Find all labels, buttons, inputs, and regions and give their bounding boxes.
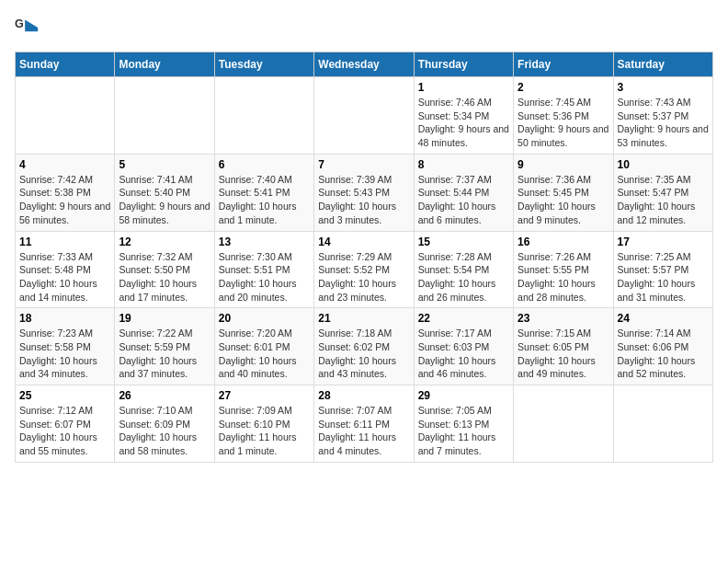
day-cell: 7Sunrise: 7:39 AM Sunset: 5:43 PM Daylig… (314, 154, 414, 231)
day-cell: 8Sunrise: 7:37 AM Sunset: 5:44 PM Daylig… (414, 154, 513, 231)
day-cell: 22Sunrise: 7:17 AM Sunset: 6:03 PM Dayli… (414, 308, 513, 385)
day-info: Sunrise: 7:30 AM Sunset: 5:51 PM Dayligh… (219, 250, 310, 304)
day-cell: 20Sunrise: 7:20 AM Sunset: 6:01 PM Dayli… (214, 308, 313, 385)
day-cell: 12Sunrise: 7:32 AM Sunset: 5:50 PM Dayli… (115, 231, 214, 308)
day-number: 11 (19, 236, 110, 248)
day-cell: 25Sunrise: 7:12 AM Sunset: 6:07 PM Dayli… (16, 385, 115, 463)
day-number: 7 (318, 158, 409, 171)
day-number: 24 (618, 312, 709, 325)
header-row: SundayMondayTuesdayWednesdayThursdayFrid… (16, 52, 713, 77)
day-number: 6 (219, 158, 310, 171)
day-info: Sunrise: 7:28 AM Sunset: 5:54 PM Dayligh… (418, 250, 509, 304)
day-cell: 18Sunrise: 7:23 AM Sunset: 5:58 PM Dayli… (16, 308, 115, 385)
week-row-2: 4Sunrise: 7:42 AM Sunset: 5:38 PM Daylig… (16, 154, 713, 231)
day-cell: 10Sunrise: 7:35 AM Sunset: 5:47 PM Dayli… (613, 154, 712, 231)
day-info: Sunrise: 7:23 AM Sunset: 5:58 PM Dayligh… (19, 327, 110, 381)
day-info: Sunrise: 7:39 AM Sunset: 5:43 PM Dayligh… (318, 173, 409, 227)
day-info: Sunrise: 7:12 AM Sunset: 6:07 PM Dayligh… (19, 404, 110, 458)
day-info: Sunrise: 7:14 AM Sunset: 6:06 PM Dayligh… (618, 327, 709, 381)
day-cell: 21Sunrise: 7:18 AM Sunset: 6:02 PM Dayli… (314, 308, 414, 385)
logo-icon: G (15, 15, 40, 40)
day-number: 8 (418, 158, 509, 171)
day-cell: 24Sunrise: 7:14 AM Sunset: 6:06 PM Dayli… (613, 308, 712, 385)
day-info: Sunrise: 7:17 AM Sunset: 6:03 PM Dayligh… (418, 327, 509, 381)
day-info: Sunrise: 7:10 AM Sunset: 6:09 PM Dayligh… (119, 404, 210, 458)
day-info: Sunrise: 7:22 AM Sunset: 5:59 PM Dayligh… (119, 327, 210, 381)
svg-text:G: G (15, 17, 24, 30)
day-cell: 28Sunrise: 7:07 AM Sunset: 6:11 PM Dayli… (314, 385, 414, 463)
col-header-thursday: Thursday (414, 52, 513, 77)
day-cell: 3Sunrise: 7:43 AM Sunset: 5:37 PM Daylig… (613, 77, 712, 155)
day-number: 25 (19, 389, 110, 402)
col-header-monday: Monday (115, 52, 214, 77)
day-number: 12 (119, 236, 210, 248)
day-info: Sunrise: 7:35 AM Sunset: 5:47 PM Dayligh… (618, 173, 709, 227)
col-header-friday: Friday (514, 52, 613, 77)
week-row-5: 25Sunrise: 7:12 AM Sunset: 6:07 PM Dayli… (16, 385, 713, 463)
day-number: 9 (518, 158, 609, 171)
col-header-wednesday: Wednesday (314, 52, 414, 77)
day-info: Sunrise: 7:18 AM Sunset: 6:02 PM Dayligh… (318, 327, 409, 381)
day-cell: 27Sunrise: 7:09 AM Sunset: 6:10 PM Dayli… (214, 385, 313, 463)
day-number: 13 (219, 236, 310, 248)
day-number: 2 (518, 81, 609, 94)
day-info: Sunrise: 7:41 AM Sunset: 5:40 PM Dayligh… (119, 173, 210, 227)
day-cell: 29Sunrise: 7:05 AM Sunset: 6:13 PM Dayli… (414, 385, 513, 463)
svg-marker-1 (25, 20, 38, 28)
day-cell (115, 77, 214, 155)
week-row-4: 18Sunrise: 7:23 AM Sunset: 5:58 PM Dayli… (16, 308, 713, 385)
day-number: 4 (19, 158, 110, 171)
day-info: Sunrise: 7:25 AM Sunset: 5:57 PM Dayligh… (618, 250, 709, 304)
day-number: 27 (219, 389, 310, 402)
day-info: Sunrise: 7:46 AM Sunset: 5:34 PM Dayligh… (418, 96, 509, 150)
day-number: 23 (518, 312, 609, 325)
day-info: Sunrise: 7:40 AM Sunset: 5:41 PM Dayligh… (219, 173, 310, 227)
svg-rect-2 (25, 28, 38, 31)
day-cell (214, 77, 313, 155)
day-number: 16 (518, 236, 609, 248)
day-info: Sunrise: 7:05 AM Sunset: 6:13 PM Dayligh… (418, 404, 509, 458)
day-info: Sunrise: 7:32 AM Sunset: 5:50 PM Dayligh… (119, 250, 210, 304)
page-header: G (15, 15, 713, 40)
day-cell: 16Sunrise: 7:26 AM Sunset: 5:55 PM Dayli… (514, 231, 613, 308)
day-cell: 17Sunrise: 7:25 AM Sunset: 5:57 PM Dayli… (613, 231, 712, 308)
day-number: 18 (19, 312, 110, 325)
day-info: Sunrise: 7:33 AM Sunset: 5:48 PM Dayligh… (19, 250, 110, 304)
calendar-table: SundayMondayTuesdayWednesdayThursdayFrid… (15, 52, 713, 463)
day-cell (613, 385, 712, 463)
day-cell: 5Sunrise: 7:41 AM Sunset: 5:40 PM Daylig… (115, 154, 214, 231)
day-cell: 26Sunrise: 7:10 AM Sunset: 6:09 PM Dayli… (115, 385, 214, 463)
week-row-3: 11Sunrise: 7:33 AM Sunset: 5:48 PM Dayli… (16, 231, 713, 308)
week-row-1: 1Sunrise: 7:46 AM Sunset: 5:34 PM Daylig… (16, 77, 713, 155)
day-number: 22 (418, 312, 509, 325)
day-info: Sunrise: 7:29 AM Sunset: 5:52 PM Dayligh… (318, 250, 409, 304)
day-number: 10 (618, 158, 709, 171)
day-info: Sunrise: 7:45 AM Sunset: 5:36 PM Dayligh… (518, 96, 609, 150)
day-number: 15 (418, 236, 509, 248)
day-info: Sunrise: 7:43 AM Sunset: 5:37 PM Dayligh… (618, 96, 709, 150)
day-cell: 13Sunrise: 7:30 AM Sunset: 5:51 PM Dayli… (214, 231, 313, 308)
col-header-sunday: Sunday (16, 52, 115, 77)
day-cell: 11Sunrise: 7:33 AM Sunset: 5:48 PM Dayli… (16, 231, 115, 308)
day-cell: 2Sunrise: 7:45 AM Sunset: 5:36 PM Daylig… (514, 77, 613, 155)
day-info: Sunrise: 7:26 AM Sunset: 5:55 PM Dayligh… (518, 250, 609, 304)
day-info: Sunrise: 7:09 AM Sunset: 6:10 PM Dayligh… (219, 404, 310, 458)
day-number: 28 (318, 389, 409, 402)
day-cell: 15Sunrise: 7:28 AM Sunset: 5:54 PM Dayli… (414, 231, 513, 308)
day-number: 20 (219, 312, 310, 325)
day-cell: 6Sunrise: 7:40 AM Sunset: 5:41 PM Daylig… (214, 154, 313, 231)
day-cell: 23Sunrise: 7:15 AM Sunset: 6:05 PM Dayli… (514, 308, 613, 385)
day-number: 14 (318, 236, 409, 248)
col-header-tuesday: Tuesday (214, 52, 313, 77)
day-info: Sunrise: 7:36 AM Sunset: 5:45 PM Dayligh… (518, 173, 609, 227)
day-number: 3 (618, 81, 709, 94)
day-cell (314, 77, 414, 155)
day-cell: 4Sunrise: 7:42 AM Sunset: 5:38 PM Daylig… (16, 154, 115, 231)
day-number: 21 (318, 312, 409, 325)
day-cell (16, 77, 115, 155)
day-info: Sunrise: 7:07 AM Sunset: 6:11 PM Dayligh… (318, 404, 409, 458)
calendar-header: SundayMondayTuesdayWednesdayThursdayFrid… (16, 52, 713, 77)
day-cell: 14Sunrise: 7:29 AM Sunset: 5:52 PM Dayli… (314, 231, 414, 308)
day-number: 29 (418, 389, 509, 402)
day-cell: 9Sunrise: 7:36 AM Sunset: 5:45 PM Daylig… (514, 154, 613, 231)
